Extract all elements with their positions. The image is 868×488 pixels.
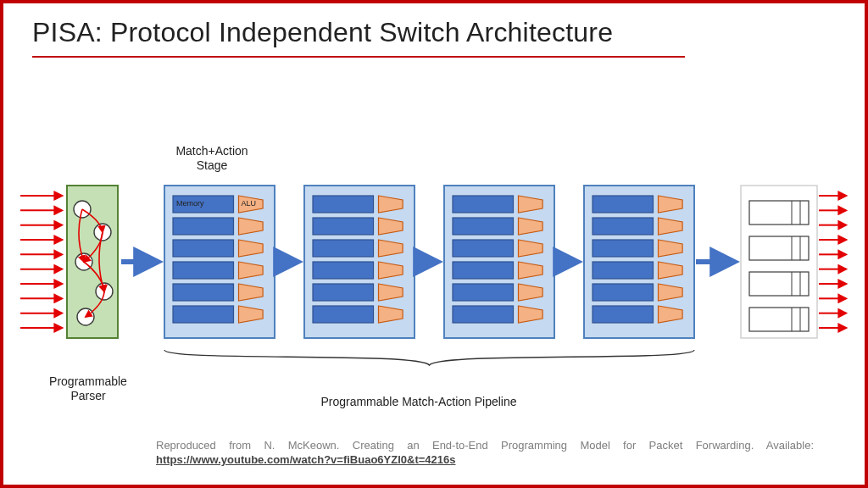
stage-label: Match+ActionStage bbox=[161, 144, 263, 173]
memory-block bbox=[173, 218, 234, 235]
citation-link[interactable]: https://www.youtube.com/watch?v=fiBuao6Y… bbox=[156, 453, 455, 466]
memory-block bbox=[453, 240, 514, 257]
citation: Reproduced from N. McKeown. Creating an … bbox=[156, 438, 814, 468]
memory-block bbox=[313, 240, 374, 257]
diagram-svg: MemoryALU bbox=[20, 173, 851, 393]
memory-block bbox=[453, 196, 514, 213]
citation-text: Reproduced from N. McKeown. Creating an … bbox=[156, 439, 814, 452]
memory-block bbox=[453, 262, 514, 279]
slide-title: PISA: Protocol Independent Switch Archit… bbox=[32, 17, 613, 48]
memory-block bbox=[453, 284, 514, 301]
memory-label: Memory bbox=[176, 199, 204, 208]
memory-block bbox=[593, 218, 654, 235]
brace-icon bbox=[164, 350, 694, 365]
memory-block bbox=[313, 284, 374, 301]
parser-label: ProgrammableParser bbox=[37, 374, 139, 403]
title-underline bbox=[32, 56, 685, 58]
memory-block bbox=[173, 262, 234, 279]
memory-block bbox=[593, 262, 654, 279]
alu-label: ALU bbox=[242, 199, 257, 208]
memory-block bbox=[593, 284, 654, 301]
memory-block bbox=[173, 306, 234, 323]
memory-block bbox=[173, 240, 234, 257]
memory-block bbox=[453, 306, 514, 323]
pipeline-label: Programmable Match-Action Pipeline bbox=[258, 395, 580, 408]
memory-block bbox=[593, 306, 654, 323]
memory-block bbox=[173, 284, 234, 301]
memory-block bbox=[313, 262, 374, 279]
memory-block bbox=[313, 196, 374, 213]
memory-block bbox=[593, 196, 654, 213]
memory-block bbox=[593, 240, 654, 257]
slide-frame: PISA: Protocol Independent Switch Archit… bbox=[0, 0, 868, 488]
pisa-diagram: MemoryALU bbox=[20, 173, 851, 385]
memory-block bbox=[313, 218, 374, 235]
memory-block bbox=[453, 218, 514, 235]
memory-block bbox=[313, 306, 374, 323]
